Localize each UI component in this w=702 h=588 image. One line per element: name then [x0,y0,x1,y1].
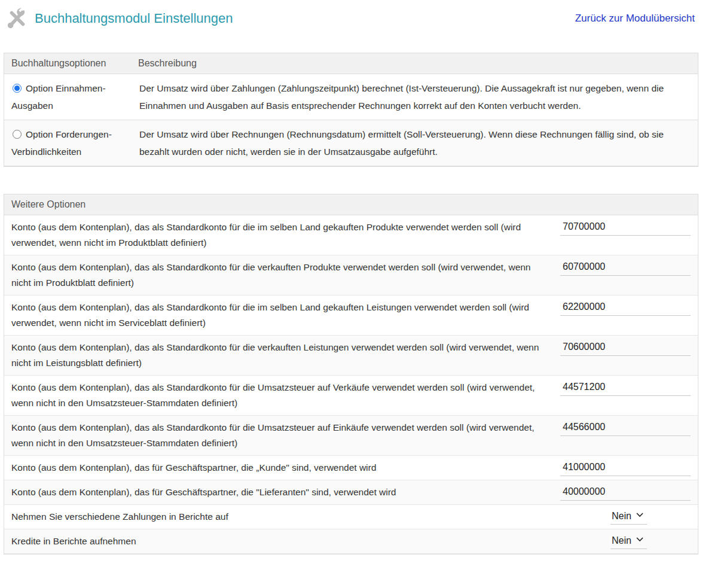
further-option-row: Konto (aus dem Kontenplan), das als Stan… [4,295,698,336]
accounting-option-label: Option Einnahmen-Ausgaben [11,83,106,111]
further-option-label: Konto (aus dem Kontenplan), das als Stan… [4,416,554,455]
page-title: Buchhaltungsmodul Einstellungen [35,11,233,26]
report-select-wrapper: Nein [611,510,647,525]
settings-page: Buchhaltungsmodul Einstellungen Zurück z… [0,0,702,588]
account-number-input-3[interactable] [560,340,691,356]
further-option-value-cell [554,255,698,295]
accounting-option-radio-1[interactable] [13,130,22,139]
further-option-label: Konto (aus dem Kontenplan), das für Gesc… [4,456,554,480]
accounting-options-table-header: Buchhaltungsoptionen Beschreibung [4,53,698,74]
further-option-label: Konto (aus dem Kontenplan), das für Gesc… [4,480,554,504]
account-number-input-5[interactable] [560,421,691,436]
accounting-option-row: Option Einnahmen-AusgabenDer Umsatz wird… [4,74,698,120]
page-header: Buchhaltungsmodul Einstellungen Zurück z… [4,6,698,30]
further-options-table: Weitere Optionen Konto (aus dem Kontenpl… [4,194,698,555]
further-option-row: Konto (aus dem Kontenplan), das als Stan… [4,336,698,376]
accounting-option-description: Der Umsatz wird über Rechnungen (Rechnun… [131,120,698,166]
further-option-row: Nehmen Sie verschiedene Zahlungen in Ber… [4,505,698,529]
accounting-option-description: Der Umsatz wird über Zahlungen (Zahlungs… [131,74,698,120]
account-number-input-2[interactable] [560,300,691,316]
further-option-value-cell: Nein [554,505,698,529]
account-number-input-7[interactable] [560,485,691,501]
account-number-input-1[interactable] [560,260,691,276]
account-number-input-0[interactable] [560,220,691,236]
further-option-label: Konto (aus dem Kontenplan), das als Stan… [4,336,554,375]
accounting-option-radio-0[interactable] [13,84,22,93]
further-option-row: Konto (aus dem Kontenplan), das als Stan… [4,376,698,416]
further-option-label: Kredite in Berichte aufnehmen [4,529,554,553]
further-option-row: Konto (aus dem Kontenplan), das für Gesc… [4,456,698,480]
accounting-option-0[interactable]: Option Einnahmen-Ausgaben [11,83,106,111]
further-option-value-cell: Nein [554,529,698,553]
accounting-option-1[interactable]: Option Forderungen-Verbindlichkeiten [11,129,112,157]
tools-icon [6,7,29,30]
further-option-value-cell [554,215,698,255]
column-header-options: Buchhaltungsoptionen [4,53,131,74]
report-select-8[interactable]: Nein [611,510,647,525]
report-select-9[interactable]: Nein [611,534,647,549]
back-to-module-overview-link[interactable]: Zurück zur Modulübersicht [575,13,696,25]
report-select-wrapper: Nein [611,534,647,549]
further-option-label: Nehmen Sie verschiedene Zahlungen in Ber… [4,505,554,529]
further-option-label: Konto (aus dem Kontenplan), das als Stan… [4,215,554,255]
accounting-option-label: Option Forderungen-Verbindlichkeiten [11,129,112,157]
account-number-input-4[interactable] [560,380,691,396]
accounting-option-row: Option Forderungen-VerbindlichkeitenDer … [4,120,698,166]
further-option-value-cell [554,416,698,455]
further-option-row: Konto (aus dem Kontenplan), das als Stan… [4,416,698,456]
further-option-label: Konto (aus dem Kontenplan), das als Stan… [4,376,554,415]
further-option-row: Konto (aus dem Kontenplan), das für Gesc… [4,480,698,505]
further-option-label: Konto (aus dem Kontenplan), das als Stan… [4,255,554,295]
further-option-value-cell [554,376,698,415]
column-header-description: Beschreibung [131,53,698,74]
accounting-option-cell: Option Einnahmen-Ausgaben [4,74,131,120]
account-number-input-6[interactable] [560,461,691,476]
further-option-value-cell [554,295,698,335]
further-option-row: Kredite in Berichte aufnehmenNein [4,529,698,554]
further-option-label: Konto (aus dem Kontenplan), das als Stan… [4,295,554,335]
accounting-option-cell: Option Forderungen-Verbindlichkeiten [4,120,131,166]
accounting-options-rows: Option Einnahmen-AusgabenDer Umsatz wird… [4,74,698,166]
further-option-row: Konto (aus dem Kontenplan), das als Stan… [4,255,698,295]
further-options-header: Weitere Optionen [4,194,698,215]
further-options-rows: Konto (aus dem Kontenplan), das als Stan… [4,215,698,554]
accounting-options-table: Buchhaltungsoptionen Beschreibung Option… [4,53,698,167]
further-option-value-cell [554,456,698,480]
further-option-value-cell [554,480,698,504]
further-option-value-cell [554,336,698,375]
further-option-row: Konto (aus dem Kontenplan), das als Stan… [4,215,698,255]
